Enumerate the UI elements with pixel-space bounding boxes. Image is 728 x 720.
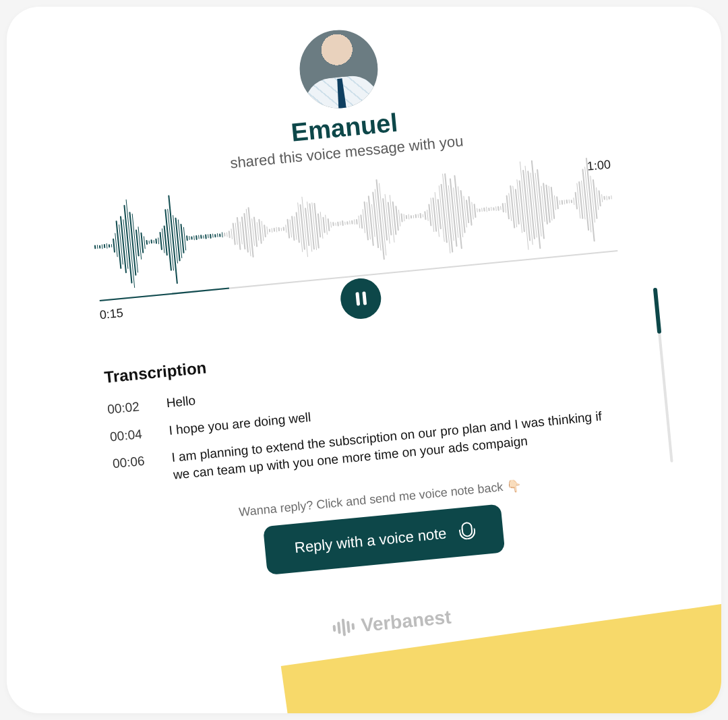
transcription-scrollbar[interactable] xyxy=(654,288,673,462)
voice-message-card: Emanuel shared this voice message with y… xyxy=(7,7,721,713)
current-time: 0:15 xyxy=(99,306,124,322)
reply-button-label: Reply with a voice note xyxy=(294,524,448,557)
total-time: 1:00 xyxy=(586,158,611,174)
scrollbar-thumb[interactable] xyxy=(653,288,661,334)
pause-icon xyxy=(355,291,367,305)
transcription-timestamp: 00:02 xyxy=(107,396,151,419)
reply-button[interactable]: Reply with a voice note xyxy=(263,504,506,575)
brand-waveform-icon xyxy=(332,618,355,637)
pause-button[interactable] xyxy=(339,276,383,320)
microphone-icon xyxy=(458,521,475,541)
content-wrapper: Emanuel shared this voice message with y… xyxy=(73,7,655,659)
reply-area: Wanna reply? Click and send me voice not… xyxy=(118,466,648,589)
avatar xyxy=(296,26,382,112)
transcription-block: Transcription 00:02Hello00:04I hope you … xyxy=(103,318,638,489)
brand-name: Verbanest xyxy=(360,606,452,636)
transcription-timestamp: 00:06 xyxy=(112,451,158,489)
transcription-timestamp: 00:04 xyxy=(109,423,154,446)
